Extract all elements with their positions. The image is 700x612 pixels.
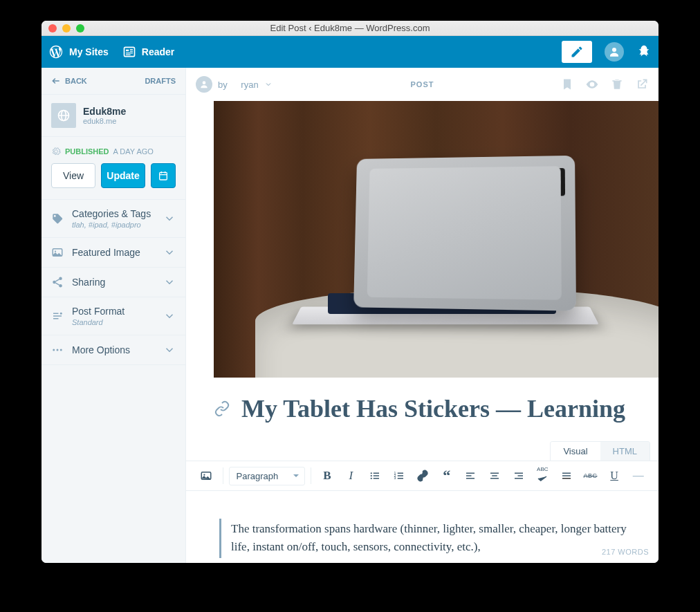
featured-image[interactable]: PRODUCT HUNT box IN-N-OU: [214, 101, 658, 378]
align-right-button[interactable]: [508, 465, 529, 487]
titlebar: Edit Post ‹ Eduk8me — WordPress.com: [42, 21, 658, 36]
format-icon: [51, 310, 64, 322]
svg-rect-49: [515, 478, 523, 479]
author-name: ryan: [241, 80, 258, 90]
update-button[interactable]: Update: [101, 163, 145, 188]
svg-rect-47: [515, 473, 523, 474]
blockquote-button[interactable]: “: [436, 465, 458, 487]
block-format-select[interactable]: Paragraph: [229, 467, 305, 485]
schedule-button[interactable]: [151, 163, 176, 188]
sticker-box: box: [405, 173, 430, 195]
italic-button[interactable]: I: [340, 465, 362, 487]
external-link-icon[interactable]: [635, 77, 649, 91]
svg-line-21: [55, 283, 59, 285]
notifications-icon[interactable]: [636, 44, 652, 59]
block-format-label: Paragraph: [237, 471, 279, 481]
author-by: by: [218, 80, 228, 90]
svg-rect-1: [126, 50, 129, 52]
editor-toolbar: Paragraph B I 123 “ ABC ABC U —: [186, 461, 658, 491]
reader-icon: [122, 45, 136, 59]
panel-more-options[interactable]: More Options: [42, 335, 185, 365]
spellcheck-button[interactable]: ABC: [532, 465, 553, 487]
svg-rect-42: [466, 475, 472, 476]
view-button-label: View: [63, 170, 84, 181]
svg-point-16: [55, 250, 56, 252]
word-count: 217 WORDS: [602, 548, 649, 556]
panel-post-format[interactable]: Post Format Standard: [42, 297, 185, 335]
my-sites-link[interactable]: My Sites: [48, 44, 109, 59]
underline-button[interactable]: U: [604, 465, 625, 487]
svg-rect-43: [466, 478, 475, 479]
text-color-button[interactable]: [556, 465, 578, 487]
svg-point-25: [60, 349, 62, 351]
svg-rect-38: [397, 473, 403, 474]
update-button-label: Update: [107, 170, 139, 181]
spellcheck-label: ABC: [537, 467, 548, 472]
ellipsis-icon: [51, 344, 64, 356]
calendar-icon: [158, 170, 169, 181]
my-sites-label: My Sites: [69, 46, 109, 57]
wordpress-logo-icon: [48, 44, 64, 59]
trash-icon[interactable]: [610, 77, 624, 91]
svg-point-18: [53, 281, 56, 284]
svg-rect-34: [374, 478, 379, 479]
strikethrough-button[interactable]: ABC: [580, 465, 601, 487]
panel-format-label: Post Format: [72, 306, 125, 317]
pencil-square-icon: [570, 45, 584, 59]
bullet-list-button[interactable]: [365, 465, 386, 487]
svg-point-19: [59, 284, 62, 288]
site-block[interactable]: Eduk8me eduk8.me: [42, 94, 185, 137]
panel-sharing[interactable]: Sharing: [42, 268, 185, 297]
bookmark-icon[interactable]: [560, 77, 574, 91]
gear-icon: [51, 147, 61, 156]
preview-icon[interactable]: [585, 77, 599, 91]
svg-point-24: [57, 349, 59, 351]
panel-categories-label: Categories & Tags: [72, 208, 151, 219]
back-label: BACK: [65, 77, 87, 85]
post-bar: by ryan POST: [186, 68, 658, 101]
app-window: Edit Post ‹ Eduk8me — WordPress.com My S…: [42, 21, 658, 563]
strike-label: ABC: [584, 472, 598, 479]
tab-html[interactable]: HTML: [600, 442, 650, 461]
window-title: Edit Post ‹ Eduk8me — WordPress.com: [42, 23, 658, 33]
panel-featured-label: Featured Image: [72, 247, 155, 258]
permalink-icon[interactable]: [214, 400, 230, 417]
sticker-prana: prAna: [499, 256, 547, 297]
hr-button[interactable]: —: [627, 465, 649, 487]
reader-link[interactable]: Reader: [122, 45, 174, 59]
share-icon: [51, 276, 64, 288]
ordered-list-button[interactable]: 123: [388, 465, 409, 487]
sticker-product-hunt: PRODUCT HUNT: [371, 177, 400, 205]
editor-content[interactable]: The transformation spans hardware (thinn…: [186, 491, 658, 563]
status-published: PUBLISHED: [65, 147, 109, 156]
globe-icon: [57, 109, 71, 122]
tab-visual[interactable]: Visual: [551, 442, 600, 461]
svg-point-29: [371, 472, 372, 474]
editor-main: by ryan POST PRODUCT H: [186, 68, 658, 563]
align-left-button[interactable]: [460, 465, 481, 487]
me-avatar-button[interactable]: [605, 42, 624, 62]
sticker-in-n-out: IN-N-OUT HAMBURGERS NO DELAY: [372, 266, 440, 296]
svg-rect-40: [397, 478, 403, 479]
chevron-down-icon: [163, 246, 176, 259]
svg-rect-39: [397, 475, 403, 476]
editor-mode-tabs: Visual HTML: [550, 441, 650, 461]
view-button[interactable]: View: [51, 163, 95, 188]
link-button[interactable]: [412, 465, 434, 487]
new-post-button[interactable]: [562, 41, 592, 63]
chevron-down-icon: [163, 344, 176, 356]
insert-media-button[interactable]: [196, 465, 217, 487]
author-dropdown[interactable]: by ryan: [196, 76, 273, 93]
panel-categories-tags[interactable]: Categories & Tags tlah, #ipad, #ipadpro: [42, 200, 185, 238]
image-icon: [51, 246, 64, 259]
back-button[interactable]: BACK: [51, 76, 87, 86]
panel-featured-image[interactable]: Featured Image: [42, 238, 185, 268]
post-type-label: POST: [411, 80, 434, 89]
align-center-button[interactable]: [484, 465, 506, 487]
svg-point-28: [204, 474, 205, 475]
bold-button[interactable]: B: [317, 465, 338, 487]
arrow-left-icon: [51, 76, 61, 86]
drafts-link[interactable]: DRAFTS: [145, 77, 176, 85]
post-title-input[interactable]: My Tablet Has Stickers — Learning: [241, 394, 625, 423]
sticker-text: prAna: [511, 283, 534, 292]
